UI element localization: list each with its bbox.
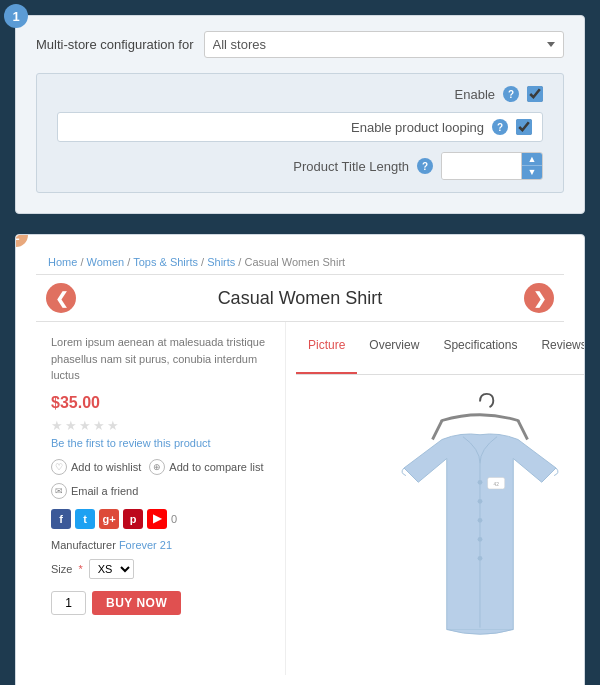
shirt-image: 42: [385, 392, 575, 658]
action-row-wishlist: ♡ Add to wishlist ⊕ Add to compare list: [51, 459, 270, 475]
breadcrumb-shirts[interactable]: Shirts: [207, 256, 235, 268]
buy-button[interactable]: BUY NOW: [92, 591, 181, 615]
quantity-input[interactable]: [51, 591, 86, 615]
multistore-label: Multi-store configuration for: [36, 37, 194, 52]
breadcrumb: Home / Women / Tops & Shirts / Shirts / …: [36, 250, 564, 274]
svg-point-3: [478, 480, 483, 485]
youtube-icon[interactable]: ▶: [147, 509, 167, 529]
social-row: f t g+ p ▶ 0: [51, 509, 270, 529]
svg-point-5: [478, 518, 483, 523]
wishlist-icon: ♡: [51, 459, 67, 475]
svg-line-0: [433, 421, 443, 440]
product-title: Casual Women Shirt: [86, 288, 514, 309]
manufacturer-label: Manufacturer: [51, 539, 116, 551]
email-icon: ✉: [51, 483, 67, 499]
size-asterisk: *: [78, 563, 82, 575]
tab-specifications[interactable]: Specifications: [431, 332, 529, 374]
tab-picture[interactable]: Picture: [296, 332, 357, 374]
star-3: ★: [79, 418, 91, 433]
facebook-icon[interactable]: f: [51, 509, 71, 529]
wishlist-label: Add to wishlist: [71, 461, 141, 473]
section-badge-1: 1: [4, 4, 28, 28]
review-link[interactable]: Be the first to review this product: [51, 437, 270, 449]
buy-row: BUY NOW: [51, 591, 270, 615]
looping-help-icon[interactable]: ?: [492, 119, 508, 135]
product-tabs: Picture Overview Specifications Reviews …: [296, 332, 585, 375]
twitter-icon[interactable]: t: [75, 509, 95, 529]
size-select[interactable]: XS S M L XL: [89, 559, 134, 579]
breadcrumb-current: Casual Women Shirt: [244, 256, 345, 268]
nav-next-button[interactable]: ❯: [524, 283, 554, 313]
config-box: Enable ? Enable product looping ? Produc…: [36, 73, 564, 193]
title-length-input[interactable]: 27: [442, 153, 522, 179]
svg-point-6: [478, 537, 483, 542]
section-badge-2: 2: [15, 234, 28, 247]
breadcrumb-tops[interactable]: Tops & Shirts: [133, 256, 198, 268]
store-select[interactable]: All stores: [204, 31, 564, 58]
section-1-panel: 1 Multi-store configuration for All stor…: [15, 15, 585, 214]
breadcrumb-women[interactable]: Women: [87, 256, 125, 268]
title-length-row: Product Title Length ? 27 ▲ ▼: [57, 152, 543, 180]
product-info: Lorem ipsum aenean at malesuada tristiqu…: [36, 322, 286, 675]
looping-label: Enable product looping: [351, 120, 484, 135]
breadcrumb-home[interactable]: Home: [48, 256, 77, 268]
svg-line-1: [518, 421, 528, 440]
number-input-wrap: 27 ▲ ▼: [441, 152, 543, 180]
svg-point-4: [478, 499, 483, 504]
wishlist-button[interactable]: ♡ Add to wishlist: [51, 459, 141, 475]
compare-label: Add to compare list: [169, 461, 263, 473]
manufacturer-row: Manufacturer Forever 21: [51, 539, 270, 551]
email-label: Email a friend: [71, 485, 138, 497]
svg-text:42: 42: [494, 482, 500, 487]
star-4: ★: [93, 418, 105, 433]
product-description: Lorem ipsum aenean at malesuada tristiqu…: [51, 334, 270, 384]
star-5: ★: [107, 418, 119, 433]
enable-checkbox[interactable]: [527, 86, 543, 102]
spin-up-button[interactable]: ▲: [522, 153, 542, 166]
looping-row: Enable product looping ?: [57, 112, 543, 142]
title-length-help-icon[interactable]: ?: [417, 158, 433, 174]
compare-button[interactable]: ⊕ Add to compare list: [149, 459, 263, 475]
spin-down-button[interactable]: ▼: [522, 166, 542, 179]
googleplus-icon[interactable]: g+: [99, 509, 119, 529]
enable-row: Enable ?: [57, 86, 543, 102]
star-rating: ★ ★ ★ ★ ★: [51, 418, 270, 433]
social-count: 0: [171, 513, 177, 525]
product-image-area: Picture Overview Specifications Reviews …: [286, 322, 585, 675]
product-nav: ❮ Casual Women Shirt ❯: [36, 274, 564, 322]
manufacturer-link[interactable]: Forever 21: [119, 539, 172, 551]
enable-label: Enable: [455, 87, 495, 102]
looping-checkbox[interactable]: [516, 119, 532, 135]
star-2: ★: [65, 418, 77, 433]
size-label: Size: [51, 563, 72, 575]
title-length-label: Product Title Length: [293, 159, 409, 174]
enable-help-icon[interactable]: ?: [503, 86, 519, 102]
size-row: Size * XS S M L XL: [51, 559, 270, 579]
pinterest-icon[interactable]: p: [123, 509, 143, 529]
compare-icon: ⊕: [149, 459, 165, 475]
tab-overview[interactable]: Overview: [357, 332, 431, 374]
svg-point-7: [478, 556, 483, 561]
section-2-panel: 2 Home / Women / Tops & Shirts / Shirts …: [15, 234, 585, 685]
email-button[interactable]: ✉ Email a friend: [51, 483, 138, 499]
tab-reviews[interactable]: Reviews: [529, 332, 585, 374]
multistore-row: Multi-store configuration for All stores: [36, 31, 564, 58]
product-price: $35.00: [51, 394, 270, 412]
spin-buttons: ▲ ▼: [522, 153, 542, 179]
product-content: Lorem ipsum aenean at malesuada tristiqu…: [36, 322, 564, 675]
nav-prev-button[interactable]: ❮: [46, 283, 76, 313]
email-row: ✉ Email a friend: [51, 483, 270, 499]
star-1: ★: [51, 418, 63, 433]
shirt-container: 42: [296, 385, 585, 665]
